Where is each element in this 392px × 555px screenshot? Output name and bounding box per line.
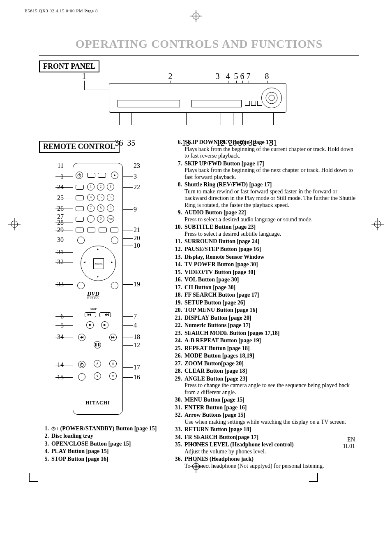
item-body: Press to select a desired subtitle langu… [184,231,359,238]
svg-point-12 [266,92,277,104]
callout-num: 1 [82,72,86,81]
top-menu-button-icon [111,237,118,244]
registration-mark-icon [371,218,384,230]
svg-marker-20 [106,313,108,316]
numeric-3-icon: 3 [107,183,114,190]
remote-callout-right: 16 [134,374,158,381]
vol-up-button-icon: ∧ [94,360,101,367]
remote-callout-right: 22 [134,183,158,191]
ab-repeat-button-icon [76,185,84,190]
item-title: AUDIO Button [page 22] [184,209,246,216]
svg-marker-24 [111,336,113,339]
item-number: 2. [39,433,49,440]
item-number: 19. [172,300,182,307]
menu-button-icon [77,237,85,244]
item-title: Shuttle Ring (REV/FWD) [page 17] [184,181,272,188]
numeric-plus10-icon: +10 [107,215,114,223]
section-remote-control: REMOTE CONTROL [39,141,120,153]
remote-callout-right: 4 [134,322,158,330]
stop-button-icon: ■ [86,321,94,329]
remote-callout-right: 23 [134,162,158,170]
display-button-icon [110,228,118,232]
item-title: Display, Remote Sensor Window [184,254,264,260]
item-title: FF SEARCH Button [page 17] [184,292,259,298]
remote-callout-right: 20 [134,235,158,242]
list-item: 8.Shuttle Ring (REV/FWD) [page 17]Turn t… [172,181,359,209]
remote-callout-right: 17 [134,364,158,372]
item-body: Turn to make rewind or fast forward spee… [184,188,359,209]
list-item: 17.CH Button [page 30] [172,284,359,291]
list-item: 32.Arrow Buttons [page 15]Use when makin… [172,412,359,425]
item-number: 4. [39,448,49,455]
mode-button-icon [76,206,84,211]
svg-marker-22 [80,336,82,339]
divider [39,55,359,56]
item-title: DISPLAY Button [page 20] [184,315,251,321]
front-panel-diagram: 1 2 3 4 5 6 7 8 [72,75,327,137]
list-item: 19.SETUP Button [page 26] [172,300,359,307]
player-outline [109,83,286,113]
numeric-4-icon: 4 [87,194,95,201]
item-number: 14. [172,261,182,268]
audio-button-icon [99,228,107,232]
remote-outline: ▲ 1 2 3 4 5 6 7 8 9 [73,163,123,415]
item-title: Numeric Buttons [page 17] [184,322,251,328]
surround-button-icon [87,173,95,178]
list-item: 7.SKIP UP/FWD Button [page 17]Plays back… [172,160,359,181]
item-title: A-B REPEAT Button [page 19] [184,337,261,344]
item-number: 36. [172,456,182,463]
remote-callout-right: 7 [134,313,158,320]
numeric-0-icon: 0 [97,215,104,223]
item-title: ENTER Button [page 16] [184,404,247,411]
remote-callout-right: 3 [134,173,158,181]
item-number: 13. [172,254,182,261]
list-item: 33.RETURN Button [page 18] [172,426,359,433]
callout-num: 30 [238,138,247,148]
item-title: FR SEARCH Button[page 17] [184,434,258,440]
list-item: 14.TV POWER Button [page 30] [172,261,359,268]
list-item: 30.MENU Button [page 15] [172,397,359,404]
pause-step-button-icon: ❚❚ [94,341,101,348]
svg-marker-25 [113,336,115,339]
item-number: 22. [172,322,182,329]
callout-num: 32 [249,138,257,148]
item-number: 17. [172,284,182,291]
callout-num: 7 [247,72,251,81]
list-item: 4.PLAY Button [page 15] [39,448,162,455]
setup-button-icon [111,282,118,289]
item-title: (POWER/STANDBY) Button [page 15] [60,425,157,432]
list-item: 20.TOP MENU Button [page 16] [172,307,359,314]
callout-num: 2 [168,72,173,81]
item-title: SETUP Button [page 26] [184,300,245,306]
fr-search-button-icon [78,334,85,341]
registration-mark-icon [8,218,21,230]
item-title: SUBTITLE Button [page 23] [184,224,256,230]
item-number: 12. [172,246,182,253]
crop-mark-icon [309,473,318,482]
search-mode-button-icon [98,173,106,178]
item-number: 10. [172,224,182,231]
item-title: PLAY Button [page 15] [51,448,108,454]
item-title: Disc loading tray [51,433,93,439]
callout-num: 3 [216,72,220,81]
power-button-icon [76,172,83,179]
item-number: 32. [172,412,182,419]
item-number: 7. [172,160,182,167]
callout-num: 20 [229,138,237,148]
item-body: Plays back from the beginning of the nex… [184,167,359,181]
svg-point-13 [269,95,274,101]
svg-text:/: / [55,427,56,431]
callout-num: 8 [265,72,269,81]
item-title: CH Button [page 30] [184,284,235,290]
subtitle-button-icon [87,228,95,232]
callout-num: 36 [115,138,123,148]
callout-num: 13 [182,138,190,148]
numeric-1-icon: 1 [87,183,95,190]
item-number: 9. [172,209,182,216]
callout-num: 4 [226,72,230,81]
footer-code: 1L01 [343,443,355,450]
play-button-icon: ▶ [101,321,108,329]
item-number: 29. [172,376,182,383]
repeat-button-icon [76,195,84,200]
remote-callout-right: 19 [134,281,158,288]
